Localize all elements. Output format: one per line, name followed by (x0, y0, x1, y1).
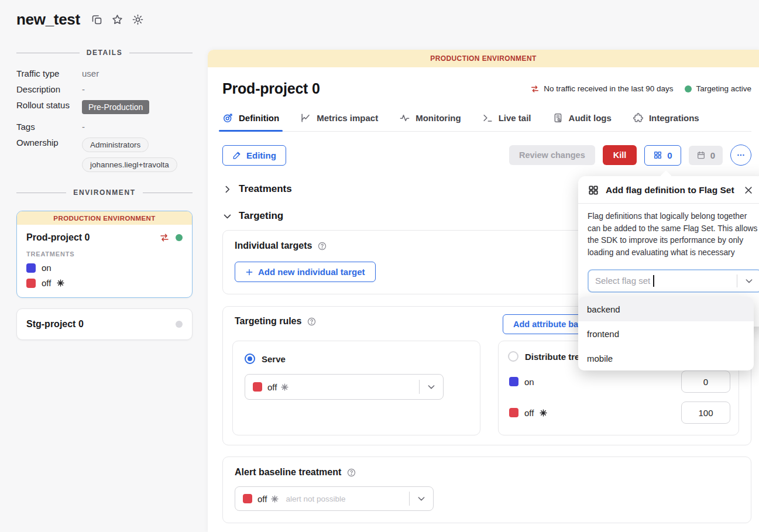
definition-icon (222, 112, 233, 123)
title-row: Prod-project 0 No traffic received in th… (222, 80, 751, 97)
tags-value: - (82, 122, 85, 132)
editing-button[interactable]: Editing (222, 145, 286, 166)
pulse-icon (399, 112, 410, 123)
tab-metrics-impact[interactable]: Metrics impact (300, 112, 378, 131)
review-changes-button[interactable]: Review changes (509, 145, 595, 165)
chevron-down-icon[interactable] (410, 494, 433, 503)
details-divider: DETAILS (16, 49, 193, 57)
owner-pill[interactable]: Administrators (82, 138, 149, 152)
default-treatment-asterisk-icon (57, 279, 64, 287)
grid-icon (653, 150, 662, 160)
toolbar: Editing Review changes Kill 0 0 (222, 145, 751, 166)
percentage-input-on[interactable] (681, 370, 730, 393)
targeting-status: Targeting active (685, 84, 751, 93)
close-icon[interactable] (743, 185, 754, 195)
environment-name: Prod-project 0 (26, 232, 159, 243)
dropdown-option-mobile[interactable]: mobile (578, 346, 754, 370)
dropdown-option-backend[interactable]: backend (578, 297, 754, 321)
serve-treatment-select[interactable]: off (245, 374, 444, 400)
detail-row-tags: Tags - (16, 122, 193, 132)
inactive-dot (176, 321, 183, 328)
treatment-on-swatch (509, 377, 518, 386)
help-icon[interactable] (346, 468, 356, 478)
production-environment-banner: PRODUCTION ENVIRONMENT (17, 211, 192, 225)
detail-row-description: Description - (16, 84, 193, 94)
add-individual-target-button[interactable]: Add new individual target (235, 262, 376, 282)
rollout-status-badge: Pre-Production (82, 100, 149, 114)
treatment-off-swatch (26, 279, 36, 288)
flag-sets-count: 0 (667, 150, 672, 160)
metrics-chart-icon (300, 112, 311, 123)
puzzle-icon (633, 112, 644, 123)
detail-row-ownership: Ownership Administrators johannes.liegl+… (16, 138, 193, 172)
tab-audit-logs[interactable]: Audit logs (552, 112, 612, 131)
tab-definition[interactable]: Definition (222, 112, 279, 131)
environment-card-production[interactable]: PRODUCTION ENVIRONMENT Prod-project 0 TR… (16, 211, 193, 298)
details-heading: DETAILS (87, 49, 123, 57)
tab-bar: Definition Metrics impact Monitoring (222, 112, 751, 132)
environment-name: Stg-project 0 (26, 319, 176, 330)
treatment-off-swatch (253, 382, 262, 392)
kill-button[interactable]: Kill (603, 145, 637, 165)
alert-baseline-heading: Alert baseline treatment (235, 467, 341, 478)
details-list: Traffic type user Description - Rollout … (16, 68, 193, 172)
chevron-down-icon (222, 211, 232, 221)
dropdown-option-frontend[interactable]: frontend (578, 321, 754, 346)
production-environment-banner: PRODUCTION ENVIRONMENT (208, 50, 759, 67)
alert-baseline-select[interactable]: off alert not possible (235, 486, 434, 511)
detail-row-traffic-type: Traffic type user (16, 68, 193, 78)
distribute-radio[interactable] (508, 351, 518, 362)
popover-title: Add flag definition to Flag Set (606, 185, 737, 195)
description-value: - (82, 84, 85, 94)
alert-hint-text: alert not possible (286, 495, 345, 503)
traffic-swap-icon (159, 232, 170, 243)
traffic-status: No traffic received in the last 90 days (530, 84, 673, 94)
individual-targets-heading: Individual targets (235, 241, 312, 251)
default-treatment-asterisk-icon (281, 383, 289, 391)
tab-live-tail[interactable]: Live tail (482, 112, 531, 131)
targeting-active-dot (176, 234, 183, 241)
flag-name-title: new_test (16, 11, 80, 29)
page-title: Prod-project 0 (222, 80, 530, 97)
distribute-row-off: off (508, 401, 730, 424)
owner-pill[interactable]: johannes.liegl+travolta (82, 157, 177, 172)
help-icon[interactable] (317, 241, 327, 251)
help-icon[interactable] (307, 317, 317, 327)
environment-heading: ENVIRONMENT (73, 188, 135, 197)
popover-description: Flag definitions that logically belong t… (588, 211, 759, 259)
chevron-down-icon[interactable] (420, 382, 443, 392)
serve-radio[interactable] (245, 353, 255, 364)
terminal-icon (482, 112, 493, 123)
tab-integrations[interactable]: Integrations (633, 112, 699, 131)
environment-card-staging[interactable]: Stg-project 0 (16, 308, 193, 340)
chevron-down-icon[interactable] (737, 276, 759, 286)
traffic-type-value: user (82, 68, 99, 78)
treatment-off-swatch (509, 408, 518, 417)
audit-logs-icon (552, 112, 564, 123)
flag-sets-button[interactable]: 0 (644, 145, 681, 166)
copy-icon[interactable] (91, 13, 103, 26)
flag-set-input[interactable]: Select flag set (588, 269, 759, 293)
treatments-label: TREATMENTS (26, 250, 183, 258)
calendar-icon (696, 150, 706, 160)
percentage-input-off[interactable] (681, 401, 730, 424)
schedule-button[interactable]: 0 (689, 146, 723, 165)
traffic-swap-icon (530, 84, 540, 94)
environment-divider: ENVIRONMENT (16, 188, 193, 197)
distribute-row-on: on (508, 370, 730, 393)
tab-monitoring[interactable]: Monitoring (399, 112, 461, 131)
more-actions-button[interactable] (730, 145, 751, 166)
treatment-row-on: on (26, 263, 183, 273)
star-icon[interactable] (111, 13, 123, 26)
schedule-count: 0 (710, 150, 715, 160)
treatment-off-swatch (243, 494, 252, 503)
sidebar: new_test DETAILS Traffic type user Descr… (0, 0, 208, 532)
treatment-row-off: off (26, 278, 183, 288)
flag-set-dropdown: backend frontend mobile (578, 297, 754, 370)
flag-header: new_test (16, 11, 193, 29)
default-treatment-asterisk-icon (271, 495, 279, 503)
gear-icon[interactable] (132, 13, 144, 26)
text-cursor (653, 275, 654, 287)
app-root: new_test DETAILS Traffic type user Descr… (0, 0, 759, 532)
default-treatment-asterisk-icon (540, 409, 547, 417)
